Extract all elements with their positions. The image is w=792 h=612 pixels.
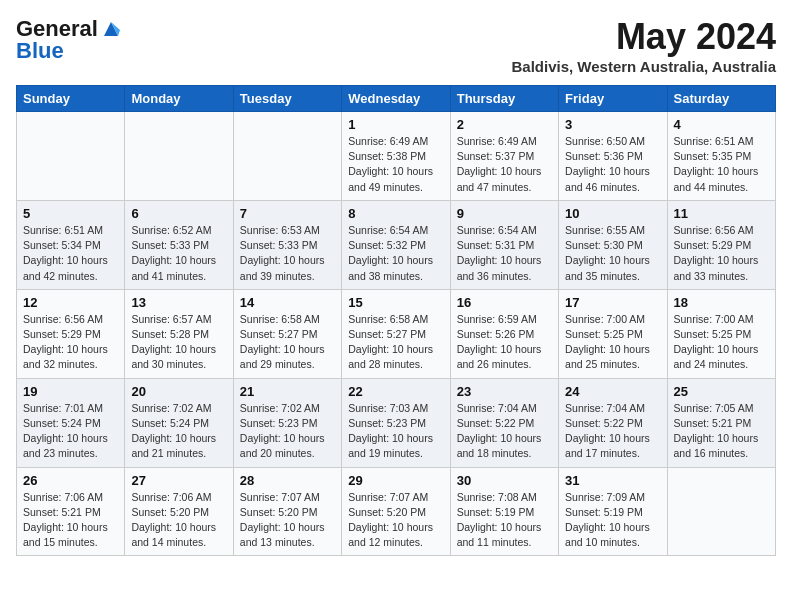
day-info: Sunrise: 6:56 AM Sunset: 5:29 PM Dayligh… [23,312,118,373]
day-number: 2 [457,117,552,132]
day-number: 27 [131,473,226,488]
day-cell-4: 4Sunrise: 6:51 AM Sunset: 5:35 PM Daylig… [667,112,775,201]
week-row-4: 19Sunrise: 7:01 AM Sunset: 5:24 PM Dayli… [17,378,776,467]
calendar-header-row: SundayMondayTuesdayWednesdayThursdayFrid… [17,86,776,112]
day-cell-empty [667,467,775,556]
day-cell-31: 31Sunrise: 7:09 AM Sunset: 5:19 PM Dayli… [559,467,667,556]
day-number: 24 [565,384,660,399]
week-row-1: 1Sunrise: 6:49 AM Sunset: 5:38 PM Daylig… [17,112,776,201]
day-info: Sunrise: 6:56 AM Sunset: 5:29 PM Dayligh… [674,223,769,284]
day-info: Sunrise: 6:49 AM Sunset: 5:37 PM Dayligh… [457,134,552,195]
day-cell-5: 5Sunrise: 6:51 AM Sunset: 5:34 PM Daylig… [17,200,125,289]
day-cell-29: 29Sunrise: 7:07 AM Sunset: 5:20 PM Dayli… [342,467,450,556]
day-cell-19: 19Sunrise: 7:01 AM Sunset: 5:24 PM Dayli… [17,378,125,467]
day-number: 29 [348,473,443,488]
day-cell-15: 15Sunrise: 6:58 AM Sunset: 5:27 PM Dayli… [342,289,450,378]
day-cell-empty [125,112,233,201]
day-cell-20: 20Sunrise: 7:02 AM Sunset: 5:24 PM Dayli… [125,378,233,467]
day-info: Sunrise: 6:58 AM Sunset: 5:27 PM Dayligh… [348,312,443,373]
logo: General Blue [16,16,122,64]
day-cell-14: 14Sunrise: 6:58 AM Sunset: 5:27 PM Dayli… [233,289,341,378]
day-number: 26 [23,473,118,488]
page-header: General Blue May 2024 Baldivis, Western … [16,16,776,75]
day-cell-12: 12Sunrise: 6:56 AM Sunset: 5:29 PM Dayli… [17,289,125,378]
day-number: 19 [23,384,118,399]
week-row-2: 5Sunrise: 6:51 AM Sunset: 5:34 PM Daylig… [17,200,776,289]
day-number: 16 [457,295,552,310]
logo-icon [100,18,122,40]
day-number: 28 [240,473,335,488]
day-info: Sunrise: 7:04 AM Sunset: 5:22 PM Dayligh… [457,401,552,462]
col-header-saturday: Saturday [667,86,775,112]
day-number: 13 [131,295,226,310]
day-number: 20 [131,384,226,399]
day-info: Sunrise: 7:08 AM Sunset: 5:19 PM Dayligh… [457,490,552,551]
day-cell-26: 26Sunrise: 7:06 AM Sunset: 5:21 PM Dayli… [17,467,125,556]
day-cell-30: 30Sunrise: 7:08 AM Sunset: 5:19 PM Dayli… [450,467,558,556]
day-cell-9: 9Sunrise: 6:54 AM Sunset: 5:31 PM Daylig… [450,200,558,289]
day-number: 10 [565,206,660,221]
day-number: 23 [457,384,552,399]
day-cell-27: 27Sunrise: 7:06 AM Sunset: 5:20 PM Dayli… [125,467,233,556]
day-cell-16: 16Sunrise: 6:59 AM Sunset: 5:26 PM Dayli… [450,289,558,378]
day-info: Sunrise: 7:06 AM Sunset: 5:21 PM Dayligh… [23,490,118,551]
day-cell-empty [17,112,125,201]
calendar-table: SundayMondayTuesdayWednesdayThursdayFrid… [16,85,776,556]
day-info: Sunrise: 6:52 AM Sunset: 5:33 PM Dayligh… [131,223,226,284]
day-cell-11: 11Sunrise: 6:56 AM Sunset: 5:29 PM Dayli… [667,200,775,289]
day-info: Sunrise: 6:53 AM Sunset: 5:33 PM Dayligh… [240,223,335,284]
day-info: Sunrise: 7:02 AM Sunset: 5:24 PM Dayligh… [131,401,226,462]
day-number: 8 [348,206,443,221]
day-info: Sunrise: 7:07 AM Sunset: 5:20 PM Dayligh… [240,490,335,551]
day-info: Sunrise: 6:49 AM Sunset: 5:38 PM Dayligh… [348,134,443,195]
day-cell-3: 3Sunrise: 6:50 AM Sunset: 5:36 PM Daylig… [559,112,667,201]
day-cell-24: 24Sunrise: 7:04 AM Sunset: 5:22 PM Dayli… [559,378,667,467]
day-cell-10: 10Sunrise: 6:55 AM Sunset: 5:30 PM Dayli… [559,200,667,289]
day-number: 1 [348,117,443,132]
col-header-monday: Monday [125,86,233,112]
day-info: Sunrise: 6:59 AM Sunset: 5:26 PM Dayligh… [457,312,552,373]
day-cell-18: 18Sunrise: 7:00 AM Sunset: 5:25 PM Dayli… [667,289,775,378]
day-cell-21: 21Sunrise: 7:02 AM Sunset: 5:23 PM Dayli… [233,378,341,467]
day-number: 15 [348,295,443,310]
col-header-friday: Friday [559,86,667,112]
col-header-thursday: Thursday [450,86,558,112]
day-info: Sunrise: 7:06 AM Sunset: 5:20 PM Dayligh… [131,490,226,551]
day-number: 6 [131,206,226,221]
day-number: 25 [674,384,769,399]
day-cell-empty [233,112,341,201]
day-info: Sunrise: 7:00 AM Sunset: 5:25 PM Dayligh… [674,312,769,373]
day-number: 31 [565,473,660,488]
day-cell-7: 7Sunrise: 6:53 AM Sunset: 5:33 PM Daylig… [233,200,341,289]
day-info: Sunrise: 6:57 AM Sunset: 5:28 PM Dayligh… [131,312,226,373]
day-number: 21 [240,384,335,399]
day-info: Sunrise: 7:03 AM Sunset: 5:23 PM Dayligh… [348,401,443,462]
day-cell-22: 22Sunrise: 7:03 AM Sunset: 5:23 PM Dayli… [342,378,450,467]
location: Baldivis, Western Australia, Australia [511,58,776,75]
day-info: Sunrise: 7:05 AM Sunset: 5:21 PM Dayligh… [674,401,769,462]
day-cell-13: 13Sunrise: 6:57 AM Sunset: 5:28 PM Dayli… [125,289,233,378]
day-info: Sunrise: 7:00 AM Sunset: 5:25 PM Dayligh… [565,312,660,373]
day-number: 17 [565,295,660,310]
day-number: 18 [674,295,769,310]
day-cell-23: 23Sunrise: 7:04 AM Sunset: 5:22 PM Dayli… [450,378,558,467]
day-number: 9 [457,206,552,221]
col-header-wednesday: Wednesday [342,86,450,112]
day-info: Sunrise: 7:04 AM Sunset: 5:22 PM Dayligh… [565,401,660,462]
day-info: Sunrise: 6:51 AM Sunset: 5:35 PM Dayligh… [674,134,769,195]
week-row-3: 12Sunrise: 6:56 AM Sunset: 5:29 PM Dayli… [17,289,776,378]
day-info: Sunrise: 6:55 AM Sunset: 5:30 PM Dayligh… [565,223,660,284]
col-header-sunday: Sunday [17,86,125,112]
day-number: 4 [674,117,769,132]
day-info: Sunrise: 6:54 AM Sunset: 5:32 PM Dayligh… [348,223,443,284]
logo-blue: Blue [16,38,64,64]
day-number: 12 [23,295,118,310]
day-info: Sunrise: 7:09 AM Sunset: 5:19 PM Dayligh… [565,490,660,551]
day-number: 22 [348,384,443,399]
day-number: 14 [240,295,335,310]
day-info: Sunrise: 6:58 AM Sunset: 5:27 PM Dayligh… [240,312,335,373]
day-info: Sunrise: 6:51 AM Sunset: 5:34 PM Dayligh… [23,223,118,284]
day-info: Sunrise: 7:01 AM Sunset: 5:24 PM Dayligh… [23,401,118,462]
day-number: 3 [565,117,660,132]
week-row-5: 26Sunrise: 7:06 AM Sunset: 5:21 PM Dayli… [17,467,776,556]
